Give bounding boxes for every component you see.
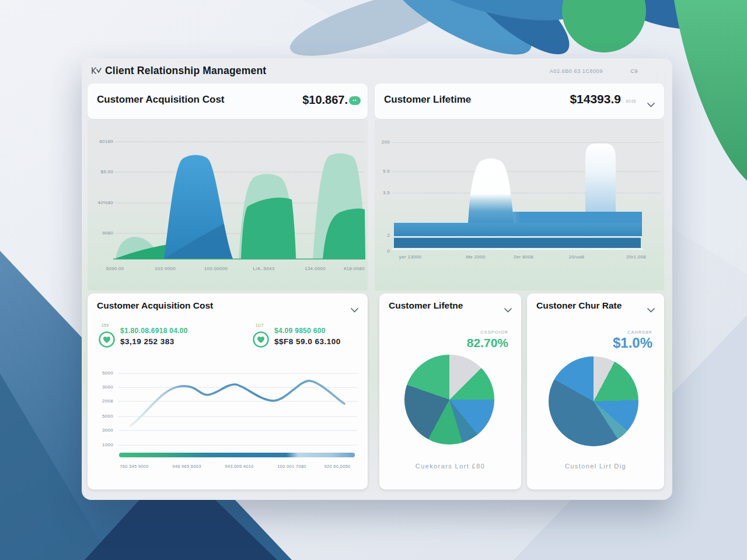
header-badge[interactable]: C9 — [630, 68, 638, 74]
stat-block: 159 $1.80.08.6918 04.00 $3,19 252 383 — [98, 326, 188, 348]
stat-block: 11/7 $4.09 9850 600 $$F8 59.0 63.100 — [252, 326, 341, 348]
stat-secondary-value: $3,19 252 383 — [120, 335, 188, 348]
axis-tick: 9080 — [92, 230, 113, 236]
axis-tick: 0 — [375, 249, 390, 254]
stat-primary-value: $1.80.08.6918 04.00 — [120, 326, 188, 335]
axis-tick: 3000 — [93, 384, 113, 390]
acquisition-line-chart[interactable] — [118, 369, 357, 451]
screen: Client Relationship Management A02.6B0 6… — [0, 0, 747, 560]
axis-tick: 20/ud8 — [556, 254, 597, 260]
metric-value: 82.70% — [467, 336, 508, 350]
axis-tick: 3.5 — [375, 190, 390, 195]
header-meta: A02.6B0 63 1C8009 — [550, 68, 603, 74]
axis-tick: 20r1.008 — [616, 254, 657, 260]
axis-tick: 5000 — [93, 414, 113, 419]
axis-tick: 5090.00 — [95, 266, 135, 271]
axis-tick: 2 — [375, 233, 390, 238]
chevron-down-icon[interactable] — [504, 304, 512, 315]
axis-tick: 103 0000 — [145, 266, 186, 271]
lifetime-bar-chart[interactable]: 200 5.9 3.5 2 0 yer 13000 Me 2000 2er 80… — [375, 120, 664, 290]
panel-header: Client Relationship Management A02.6B0 6… — [82, 58, 672, 83]
dashboard-panel: Client Relationship Management A02.6B0 6… — [82, 58, 672, 500]
gradient-progress-bar — [119, 453, 355, 457]
axis-tick: $5:00 — [92, 169, 113, 174]
axis-tick: yer 13000 — [390, 254, 431, 260]
stat-badge: 159 — [102, 323, 109, 327]
kpi-value: $10.867. — [302, 93, 348, 107]
axis-tick: 2008 — [93, 398, 113, 404]
axis-tick: 760 345 9000 — [111, 464, 158, 469]
axis-tick: 60180 — [92, 139, 113, 144]
chevron-down-icon[interactable] — [647, 304, 655, 315]
axis-tick: 200 — [375, 139, 390, 145]
kpi-card-customer-lifetime[interactable]: Customer Lifetime $14393.9 6035 — [375, 83, 664, 119]
card-title: Customer Lifetne — [389, 300, 463, 311]
axis-tick: Me 2000 — [455, 254, 496, 260]
green-trend-badge-icon: •• — [349, 96, 361, 105]
metric-label: CAHRD8K — [627, 330, 652, 335]
ky-zigzag-icon — [91, 66, 102, 78]
acquisition-detail-card: Customer Acquisition Cost 159 $1.80.08.6… — [88, 293, 368, 489]
churn-pie-chart[interactable] — [549, 356, 638, 446]
chevron-down-icon[interactable] — [647, 99, 655, 110]
stat-primary-value: $4.09 9850 600 — [274, 326, 341, 335]
axis-tick: 2er 8008 — [503, 254, 544, 260]
heart-circle-icon — [252, 331, 270, 351]
kpi-unit: 6035 — [626, 99, 636, 103]
lifetime-pie-chart[interactable] — [404, 355, 494, 444]
kpi-value: $14393.9 — [570, 92, 621, 106]
axis-tick: 1000 — [93, 442, 113, 447]
card-title: Customer Acquisition Cost — [97, 300, 213, 311]
churn-pie-card: Custoner Chur Rate CAHRD8K $1.0% Custone… — [527, 293, 664, 489]
axis-tick: 100.00000 — [196, 266, 236, 271]
acquisition-area-chart[interactable]: 60180 $5:00 40%80 9080 5090.00 103 0000 … — [88, 120, 368, 290]
metric-value: $1.0% — [613, 335, 652, 351]
bar-chart-canvas — [375, 120, 664, 290]
axis-tick: 40%80 — [92, 200, 113, 205]
metric-label: CSSPOIOR — [480, 330, 508, 335]
stat-badge: 11/7 — [256, 323, 264, 327]
axis-tick: #16:0080 — [334, 266, 375, 271]
stat-secondary-value: $$F8 59.0 63.100 — [274, 335, 341, 348]
pie-caption: Cuekorars Lort £80 — [379, 463, 521, 470]
kpi-label: Customer Lifetime — [384, 94, 471, 106]
axis-tick: 920 60,0050 — [314, 464, 361, 469]
axis-tick: L/A..5043 — [243, 266, 284, 271]
axis-tick: 943.005 4010 — [216, 464, 263, 469]
axis-tick: 3000 — [93, 428, 113, 433]
axis-tick: 134.0000 — [295, 266, 336, 271]
pie-caption: Custonel Lirt Dig — [527, 463, 664, 470]
kpi-card-acquisition-cost[interactable]: Customer Acquisition Cost $10.867. •• — [88, 83, 368, 119]
axis-tick: 5000 — [93, 370, 113, 376]
page-title: Client Relationship Management — [105, 65, 266, 77]
line-chart-canvas — [118, 369, 357, 451]
axis-tick: 100 001 7080 — [268, 464, 315, 469]
chevron-down-icon[interactable] — [351, 304, 358, 315]
card-title: Custoner Chur Rate — [536, 300, 622, 311]
kpi-label: Customer Acquisition Cost — [97, 94, 225, 106]
axis-tick: 5.9 — [375, 169, 390, 174]
lifetime-pie-card: Customer Lifetne CSSPOIOR 82.70% Cuekora… — [379, 293, 521, 489]
heart-circle-icon — [98, 331, 116, 351]
axis-tick: 948 965 6003 — [163, 464, 210, 469]
area-chart-canvas — [88, 120, 368, 290]
